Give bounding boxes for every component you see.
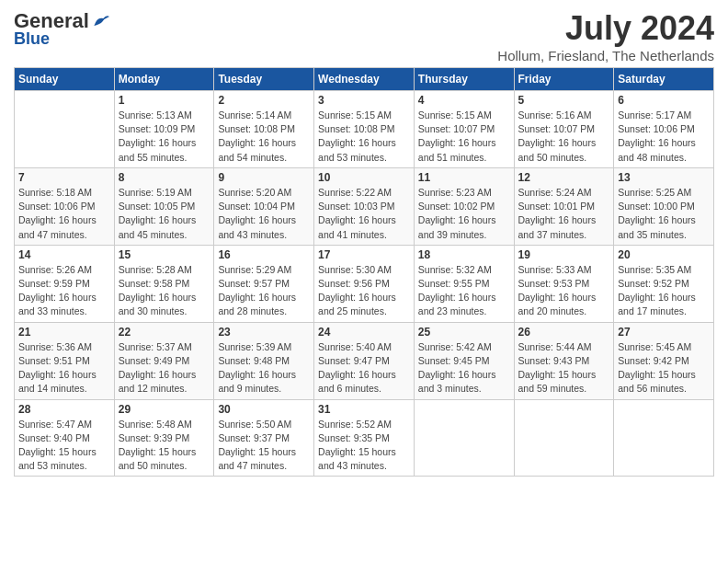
day-info: Sunrise: 5:26 AM Sunset: 9:59 PM Dayligh… bbox=[18, 263, 110, 319]
day-info: Sunrise: 5:39 AM Sunset: 9:48 PM Dayligh… bbox=[218, 340, 310, 396]
day-number: 30 bbox=[218, 403, 310, 416]
day-number: 9 bbox=[218, 171, 310, 184]
day-info: Sunrise: 5:29 AM Sunset: 9:57 PM Dayligh… bbox=[218, 263, 310, 319]
calendar-cell: 11 Sunrise: 5:23 AM Sunset: 10:02 PM Day… bbox=[414, 167, 514, 245]
day-number: 29 bbox=[119, 403, 210, 416]
day-number: 15 bbox=[119, 248, 210, 261]
day-info: Sunrise: 5:40 AM Sunset: 9:47 PM Dayligh… bbox=[318, 340, 410, 396]
calendar-cell: 29 Sunrise: 5:48 AM Sunset: 9:39 PM Dayl… bbox=[114, 399, 214, 477]
calendar-cell: 27 Sunrise: 5:45 AM Sunset: 9:42 PM Dayl… bbox=[614, 322, 714, 399]
calendar-cell: 9 Sunrise: 5:20 AM Sunset: 10:04 PM Dayl… bbox=[214, 167, 314, 245]
day-number: 18 bbox=[418, 248, 510, 261]
day-info: Sunrise: 5:37 AM Sunset: 9:49 PM Dayligh… bbox=[119, 340, 210, 396]
calendar-cell: 15 Sunrise: 5:28 AM Sunset: 9:58 PM Dayl… bbox=[114, 245, 214, 322]
day-number: 7 bbox=[18, 171, 110, 184]
day-number: 27 bbox=[618, 326, 710, 339]
calendar-cell: 5 Sunrise: 5:16 AM Sunset: 10:07 PM Dayl… bbox=[514, 91, 614, 168]
day-number: 26 bbox=[518, 326, 610, 339]
calendar-cell: 1 Sunrise: 5:13 AM Sunset: 10:09 PM Dayl… bbox=[114, 91, 214, 168]
day-header-tuesday: Tuesday bbox=[214, 68, 314, 91]
day-info: Sunrise: 5:13 AM Sunset: 10:09 PM Daylig… bbox=[119, 109, 210, 165]
calendar-week-1: 1 Sunrise: 5:13 AM Sunset: 10:09 PM Dayl… bbox=[15, 91, 714, 168]
day-info: Sunrise: 5:16 AM Sunset: 10:07 PM Daylig… bbox=[518, 109, 610, 165]
day-header-monday: Monday bbox=[114, 68, 214, 91]
day-number: 3 bbox=[318, 94, 410, 107]
day-info: Sunrise: 5:23 AM Sunset: 10:02 PM Daylig… bbox=[418, 186, 510, 242]
logo: General Blue bbox=[14, 9, 109, 49]
day-info: Sunrise: 5:36 AM Sunset: 9:51 PM Dayligh… bbox=[18, 340, 110, 396]
day-info: Sunrise: 5:48 AM Sunset: 9:39 PM Dayligh… bbox=[119, 418, 210, 474]
day-number: 5 bbox=[518, 94, 610, 107]
month-title: July 2024 bbox=[497, 9, 714, 48]
calendar-cell: 7 Sunrise: 5:18 AM Sunset: 10:06 PM Dayl… bbox=[15, 167, 115, 245]
calendar-cell: 17 Sunrise: 5:30 AM Sunset: 9:56 PM Dayl… bbox=[314, 245, 415, 322]
header: General Blue July 2024 Hollum, Friesland… bbox=[14, 9, 714, 63]
calendar-cell: 20 Sunrise: 5:35 AM Sunset: 9:52 PM Dayl… bbox=[614, 245, 714, 322]
day-header-saturday: Saturday bbox=[614, 68, 714, 91]
day-info: Sunrise: 5:14 AM Sunset: 10:08 PM Daylig… bbox=[218, 109, 310, 165]
day-info: Sunrise: 5:22 AM Sunset: 10:03 PM Daylig… bbox=[318, 186, 410, 242]
day-number: 23 bbox=[218, 326, 310, 339]
calendar-cell: 2 Sunrise: 5:14 AM Sunset: 10:08 PM Dayl… bbox=[214, 91, 314, 168]
calendar-cell bbox=[414, 399, 514, 477]
day-header-wednesday: Wednesday bbox=[314, 68, 415, 91]
calendar-cell bbox=[614, 399, 714, 477]
day-info: Sunrise: 5:44 AM Sunset: 9:43 PM Dayligh… bbox=[518, 340, 610, 396]
day-number: 13 bbox=[618, 171, 710, 184]
calendar-table: SundayMondayTuesdayWednesdayThursdayFrid… bbox=[14, 67, 714, 477]
calendar-cell: 8 Sunrise: 5:19 AM Sunset: 10:05 PM Dayl… bbox=[114, 167, 214, 245]
day-info: Sunrise: 5:19 AM Sunset: 10:05 PM Daylig… bbox=[119, 186, 210, 242]
day-number: 2 bbox=[218, 94, 310, 107]
calendar-cell: 24 Sunrise: 5:40 AM Sunset: 9:47 PM Dayl… bbox=[314, 322, 415, 399]
day-info: Sunrise: 5:52 AM Sunset: 9:35 PM Dayligh… bbox=[318, 418, 410, 474]
calendar-cell: 21 Sunrise: 5:36 AM Sunset: 9:51 PM Dayl… bbox=[15, 322, 115, 399]
day-info: Sunrise: 5:42 AM Sunset: 9:45 PM Dayligh… bbox=[418, 340, 510, 396]
day-info: Sunrise: 5:15 AM Sunset: 10:07 PM Daylig… bbox=[418, 109, 510, 165]
calendar-cell: 23 Sunrise: 5:39 AM Sunset: 9:48 PM Dayl… bbox=[214, 322, 314, 399]
calendar-cell: 19 Sunrise: 5:33 AM Sunset: 9:53 PM Dayl… bbox=[514, 245, 614, 322]
day-info: Sunrise: 5:30 AM Sunset: 9:56 PM Dayligh… bbox=[318, 263, 410, 319]
title-area: July 2024 Hollum, Friesland, The Netherl… bbox=[497, 9, 714, 63]
calendar-cell: 28 Sunrise: 5:47 AM Sunset: 9:40 PM Dayl… bbox=[15, 399, 115, 477]
location-title: Hollum, Friesland, The Netherlands bbox=[497, 48, 714, 63]
day-info: Sunrise: 5:45 AM Sunset: 9:42 PM Dayligh… bbox=[618, 340, 710, 396]
calendar-cell: 10 Sunrise: 5:22 AM Sunset: 10:03 PM Day… bbox=[314, 167, 415, 245]
logo-bird-icon bbox=[91, 12, 109, 30]
calendar-week-3: 14 Sunrise: 5:26 AM Sunset: 9:59 PM Dayl… bbox=[15, 245, 714, 322]
day-number: 24 bbox=[318, 326, 410, 339]
calendar-cell: 3 Sunrise: 5:15 AM Sunset: 10:08 PM Dayl… bbox=[314, 91, 415, 168]
day-number: 10 bbox=[318, 171, 410, 184]
day-number: 16 bbox=[218, 248, 310, 261]
day-number: 25 bbox=[418, 326, 510, 339]
calendar-week-2: 7 Sunrise: 5:18 AM Sunset: 10:06 PM Dayl… bbox=[15, 167, 714, 245]
calendar-cell: 26 Sunrise: 5:44 AM Sunset: 9:43 PM Dayl… bbox=[514, 322, 614, 399]
calendar-cell bbox=[15, 91, 115, 168]
day-number: 31 bbox=[318, 403, 410, 416]
calendar-cell: 16 Sunrise: 5:29 AM Sunset: 9:57 PM Dayl… bbox=[214, 245, 314, 322]
day-info: Sunrise: 5:32 AM Sunset: 9:55 PM Dayligh… bbox=[418, 263, 510, 319]
calendar-cell: 25 Sunrise: 5:42 AM Sunset: 9:45 PM Dayl… bbox=[414, 322, 514, 399]
day-info: Sunrise: 5:50 AM Sunset: 9:37 PM Dayligh… bbox=[218, 418, 310, 474]
calendar-cell: 13 Sunrise: 5:25 AM Sunset: 10:00 PM Day… bbox=[614, 167, 714, 245]
calendar-cell: 14 Sunrise: 5:26 AM Sunset: 9:59 PM Dayl… bbox=[15, 245, 115, 322]
day-info: Sunrise: 5:24 AM Sunset: 10:01 PM Daylig… bbox=[518, 186, 610, 242]
day-info: Sunrise: 5:18 AM Sunset: 10:06 PM Daylig… bbox=[18, 186, 110, 242]
day-info: Sunrise: 5:25 AM Sunset: 10:00 PM Daylig… bbox=[618, 186, 710, 242]
day-number: 12 bbox=[518, 171, 610, 184]
day-number: 4 bbox=[418, 94, 510, 107]
day-number: 19 bbox=[518, 248, 610, 261]
logo-blue-text: Blue bbox=[14, 29, 50, 49]
calendar-cell: 18 Sunrise: 5:32 AM Sunset: 9:55 PM Dayl… bbox=[414, 245, 514, 322]
day-number: 14 bbox=[18, 248, 110, 261]
day-header-thursday: Thursday bbox=[414, 68, 514, 91]
calendar-week-5: 28 Sunrise: 5:47 AM Sunset: 9:40 PM Dayl… bbox=[15, 399, 714, 477]
day-header-sunday: Sunday bbox=[15, 68, 115, 91]
day-number: 21 bbox=[18, 326, 110, 339]
day-number: 6 bbox=[618, 94, 710, 107]
day-number: 20 bbox=[618, 248, 710, 261]
day-number: 1 bbox=[119, 94, 210, 107]
day-number: 28 bbox=[18, 403, 110, 416]
day-info: Sunrise: 5:15 AM Sunset: 10:08 PM Daylig… bbox=[318, 109, 410, 165]
calendar-cell: 12 Sunrise: 5:24 AM Sunset: 10:01 PM Day… bbox=[514, 167, 614, 245]
calendar-week-4: 21 Sunrise: 5:36 AM Sunset: 9:51 PM Dayl… bbox=[15, 322, 714, 399]
